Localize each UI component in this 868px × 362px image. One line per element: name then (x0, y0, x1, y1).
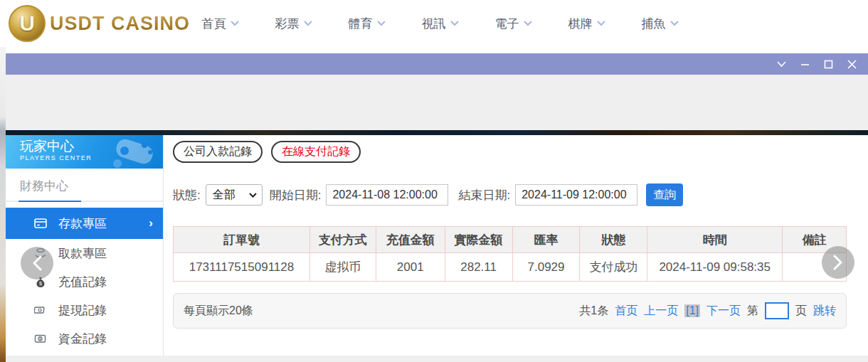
record-tabs: 公司入款記錄 在線支付記錄 (173, 141, 361, 163)
nav-item-sports[interactable]: 體育 (330, 16, 403, 32)
nav-label: 體育 (349, 16, 373, 32)
collapse-icon[interactable] (777, 60, 786, 69)
sidebar-item-label: 充值記錄 (58, 274, 107, 290)
nav-item-lottery[interactable]: 彩票 (257, 16, 330, 32)
main-nav: 首頁 彩票 體育 視訊 電子 棋牌 捕魚 (184, 0, 697, 47)
nav-label: 彩票 (275, 16, 300, 32)
jump-prefix-label: 第 (747, 304, 758, 319)
chevron-down-icon (231, 21, 239, 26)
chevron-right-icon (833, 255, 843, 270)
cell-time: 2024-11-09 09:58:35 (647, 253, 783, 282)
sidebar-item-label: 提現記錄 (58, 302, 107, 319)
banknote-icon (34, 304, 47, 316)
close-icon[interactable] (847, 60, 857, 69)
app-window: 玩家中心 PLAYERS CENTER 財務中心 存款專區 › 取款專區 (6, 53, 868, 362)
nav-item-home[interactable]: 首頁 (184, 16, 257, 32)
nav-item-live[interactable]: 視訊 (403, 16, 477, 32)
nav-label: 首頁 (202, 16, 226, 32)
brand-name: USDT CASINO (50, 13, 190, 35)
first-page-link[interactable]: 首页 (615, 304, 637, 319)
sidebar-item-label: 資金記錄 (58, 331, 107, 347)
window-titlebar (6, 53, 868, 75)
end-date-input[interactable] (515, 184, 637, 206)
carousel-right-arrow[interactable] (822, 246, 854, 279)
col-header-amount: 充值金額 (376, 227, 445, 253)
sidebar-divider (6, 201, 163, 202)
tab-company-deposit-records[interactable]: 公司入款記錄 (173, 141, 263, 163)
total-count-text: 共1条 (579, 304, 608, 319)
chevron-left-icon (32, 255, 42, 271)
nav-label: 電子 (495, 16, 519, 32)
banner-bottom-strip (6, 130, 868, 135)
start-date-input[interactable] (326, 184, 448, 206)
wallet-coin-icon: $ (34, 332, 47, 345)
start-date-label: 開始日期: (270, 187, 322, 203)
cell-real-amount: 282.11 (445, 253, 512, 282)
content-panel: 公司入款記錄 在線支付記錄 狀態: 全部 開始日期: 結束日期: 查詢 訂單號 … (164, 135, 868, 356)
cell-rate: 7.0929 (512, 253, 580, 282)
gamepad-icon (107, 137, 157, 168)
col-header-rate: 匯率 (512, 227, 580, 253)
select-caret-icon (249, 193, 257, 198)
nav-label: 捕魚 (642, 16, 666, 32)
col-header-time: 時間 (647, 227, 783, 253)
current-page-indicator: [1] (684, 304, 700, 317)
col-header-order-no: 訂單號 (174, 227, 310, 253)
tab-online-payment-records[interactable]: 在線支付記錄 (271, 141, 361, 163)
brand-logo[interactable]: U USDT CASINO (9, 5, 190, 42)
page-jump-input[interactable] (765, 302, 789, 319)
sidebar-section-title: 財務中心 (6, 169, 163, 201)
col-header-real-amount: 實際金額 (445, 227, 512, 253)
nav-label: 棋牌 (568, 16, 593, 32)
jump-suffix-label: 页 (795, 304, 807, 319)
chevron-down-icon (670, 21, 679, 26)
next-page-link[interactable]: 下一页 (706, 304, 741, 319)
prev-page-link[interactable]: 上一页 (644, 304, 678, 319)
chevron-down-icon (597, 21, 605, 26)
maximize-icon[interactable] (824, 60, 833, 69)
sidebar-item-fund-records[interactable]: $ 資金記錄 (6, 324, 163, 353)
cell-order-no: 1731117515091128 (174, 253, 310, 282)
nav-item-cards[interactable]: 棋牌 (550, 16, 623, 32)
nav-item-slots[interactable]: 電子 (477, 16, 550, 32)
filter-bar: 狀態: 全部 開始日期: 結束日期: 查詢 (173, 183, 683, 206)
minimize-icon[interactable] (800, 60, 810, 69)
status-select[interactable]: 全部 (206, 184, 263, 206)
nav-item-fishing[interactable]: 捕魚 (623, 16, 697, 32)
jump-action-link[interactable]: 跳转 (813, 304, 836, 319)
chevron-down-icon (524, 21, 532, 26)
search-button[interactable]: 查詢 (646, 183, 683, 206)
table-header-row: 訂單號 支付方式 充值金額 實際金額 匯率 狀態 時間 備註 (174, 227, 847, 253)
cell-status: 支付成功 (580, 253, 647, 282)
sidebar-item-label: 存款專區 (58, 215, 107, 232)
end-date-label: 結束日期: (458, 187, 510, 203)
svg-text:$: $ (39, 336, 41, 341)
carousel-left-arrow[interactable] (21, 247, 53, 280)
sidebar-item-label: 取款專區 (58, 245, 107, 262)
status-label: 狀態: (173, 187, 201, 203)
window-bottom-strip (6, 356, 868, 362)
page-background-edge (0, 47, 6, 362)
svg-text:$: $ (39, 281, 42, 286)
deposit-card-icon (34, 217, 47, 230)
chevron-right-icon: › (149, 216, 153, 230)
col-header-status: 狀態 (580, 227, 647, 253)
sidebar-item-withdrawal-records[interactable]: 提現記錄 (6, 296, 163, 324)
sidebar-item-deposit[interactable]: 存款專區 › (6, 208, 163, 239)
site-header: U USDT CASINO 首頁 彩票 體育 視訊 電子 棋牌 捕魚 (0, 0, 868, 47)
sidebar-header: 玩家中心 PLAYERS CENTER (6, 135, 163, 169)
chevron-down-icon (377, 21, 386, 26)
sidebar: 玩家中心 PLAYERS CENTER 財務中心 存款專區 › 取款專區 (6, 135, 164, 356)
status-select-value: 全部 (213, 188, 235, 203)
chevron-down-icon (450, 21, 459, 26)
brand-logo-icon: U (9, 5, 46, 42)
records-table: 訂單號 支付方式 充值金額 實際金額 匯率 狀態 時間 備註 173111751… (173, 226, 847, 282)
table-row: 1731117515091128 虚拟币 2001 282.11 7.0929 … (174, 253, 847, 282)
pagination-controls: 共1条 首页 上一页 [1] 下一页 第 页 跳转 (579, 302, 836, 319)
cell-pay-method: 虚拟币 (309, 253, 376, 282)
col-header-pay-method: 支付方式 (309, 227, 376, 253)
page-size-text: 每頁顯示20條 (184, 304, 253, 319)
chevron-down-icon (304, 21, 312, 26)
nav-label: 視訊 (422, 16, 446, 32)
cell-amount: 2001 (376, 253, 445, 282)
